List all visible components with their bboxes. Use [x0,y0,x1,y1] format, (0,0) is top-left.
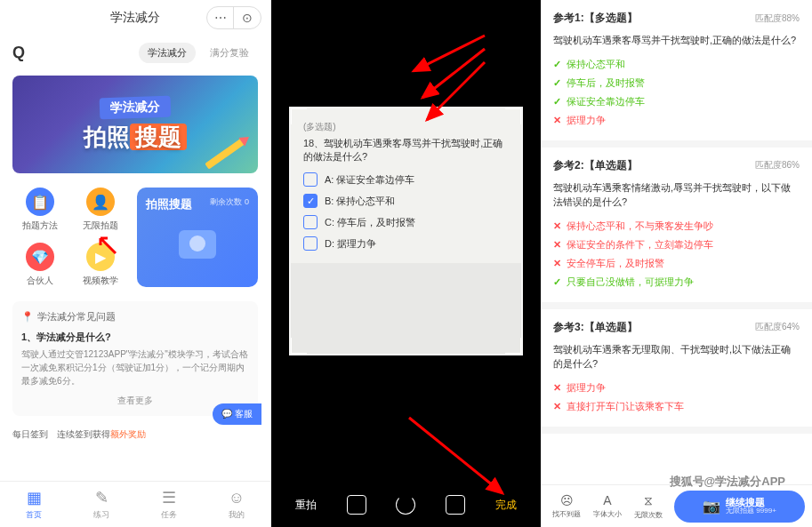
crop-corner[interactable] [505,107,523,124]
result-question: 驾驶机动车遇乘客辱骂并干扰驾驶时,正确的做法是什么? [553,33,800,48]
user-icon: ☺ [229,489,245,507]
results-bottombar: ☹找不到题 A字体大小 ⧖无限次数 📷 继续搜题无限拍题 9999+ [541,484,812,527]
banner-tag: 学法减分 [100,95,172,119]
header: 学法减分 ⋯ ⊙ [0,0,270,36]
question-option: A: 保证安全靠边停车 [303,172,509,187]
answer-option: 只要自己没做错，可据理力争 [553,273,800,291]
retake-button[interactable]: 重拍 [295,498,317,513]
result-question: 驾驶机动车遇乘客情绪激动,辱骂并干扰驾驶时，以下做法错误的是什么? [553,180,800,210]
pencil-icon: ✎ [95,488,109,507]
captured-question: (多选题) 18、驾驶机动车遇乘客辱骂并干扰驾驶时,正确的做法是什么? A: 保… [291,108,521,263]
list-icon: ☰ [162,488,176,507]
pencil-icon [205,138,245,169]
customer-service-button[interactable]: 💬 客服 [213,403,261,425]
question-text: 18、驾驶机动车遇乘客辱骂并干扰驾驶时,正确的做法是什么? [303,137,509,164]
tab-xuefa[interactable]: 学法减分 [139,43,196,63]
faq-header: 📍学法减分常见问题 [21,310,249,323]
question-option: D: 据理力争 [303,236,509,251]
unlimited-button[interactable]: ⧖无限次数 [630,493,667,520]
answer-option: 安全停车后，及时报警 [553,254,800,273]
banner-title: 拍照搜题 [84,122,187,153]
result-title: 参考2:【单选题】 [553,158,638,173]
camera-search-card[interactable]: 拍照搜题 剩余次数 0 [137,188,258,287]
more-icon[interactable]: ⋯ [207,7,234,28]
camera-viewport: (多选题) 18、驾驶机动车遇乘客辱骂并干扰驾驶时,正确的做法是什么? A: 保… [289,107,523,355]
checkbox-icon [303,215,318,229]
tab-tasks[interactable]: ☰任务 [135,482,203,527]
home-icon: ▦ [27,488,42,507]
done-button[interactable]: 完成 [495,498,517,513]
app-title: 学法减分 [110,10,160,26]
results-panel: 参考1:【多选题】匹配度88%驾驶机动车遇乘客辱骂并干扰驾驶时,正确的做法是什么… [541,0,812,527]
checkbox-icon [303,236,318,251]
crop-corner[interactable] [289,107,307,124]
result-title: 参考1:【多选题】 [553,11,638,26]
category-tabs: 学法减分 满分复验 [139,43,258,63]
close-icon[interactable]: ⊙ [234,7,261,28]
result-card: 参考2:【单选题】匹配度86%驾驶机动车遇乘客情绪激动,辱骂并干扰驾驶时，以下做… [541,148,812,309]
font-size-button[interactable]: A字体大小 [589,493,626,519]
match-score: 匹配度86% [755,159,800,172]
answer-option: 停车后，及时报警 [553,74,800,92]
app-panel-left: 学法减分 ⋯ ⊙ Q 学法减分 满分复验 学法减分 拍照搜题 📋拍题方法 👤无限… [0,0,271,527]
feature-grid: 📋拍题方法 👤无限拍题 💎合伙人 ▶视频教学 拍照搜题 剩余次数 0 [0,179,270,296]
play-icon: ▶ [86,243,115,271]
match-score: 匹配度88% [755,12,800,25]
checkbox-icon: ✓ [303,194,318,208]
hourglass-icon: ⧖ [644,493,653,508]
checkbox-icon [303,172,318,187]
sad-icon: ☹ [560,493,574,507]
answer-option: 保证安全的条件下，立刻靠边停车 [553,236,800,254]
match-score: 匹配度64% [755,321,800,333]
search-row: Q 学法减分 满分复验 [0,36,270,70]
answer-option: 保证安全靠边停车 [553,92,800,111]
camera-toolbar: 重拍 完成 [271,483,541,527]
tab-practice[interactable]: ✎练习 [68,482,135,527]
tab-manfen[interactable]: 满分复验 [201,43,258,63]
camera-icon [179,230,216,259]
camera-icon: 📷 [703,498,720,515]
grid-item-partner[interactable]: 💎合伙人 [12,243,68,287]
clipboard-icon: 📋 [26,188,54,216]
search-icon[interactable]: Q [12,44,25,62]
result-card: 参考3:【单选题】匹配度64%驾驶机动车遇乘客无理取闹、干扰驾驶时,以下做法正确… [541,309,812,434]
crop-corner[interactable] [505,338,523,355]
result-title: 参考3:【单选题】 [553,320,638,335]
signin-row[interactable]: 每日签到 连续签到获得额外奖励 [0,421,270,448]
diamond-icon: 💎 [26,243,54,271]
font-icon: A [603,493,611,507]
tab-mine[interactable]: ☺我的 [203,482,270,527]
answer-option: 据理力争 [553,379,800,397]
aspect-icon[interactable] [446,495,465,515]
bottom-tabbar: ▦首页 ✎练习 ☰任务 ☺我的 [0,481,270,527]
not-found-button[interactable]: ☹找不到题 [548,493,585,519]
camera-panel: (多选题) 18、驾驶机动车遇乘客辱骂并干扰驾驶时,正确的做法是什么? A: 保… [271,0,541,527]
tab-home[interactable]: ▦首页 [0,482,68,527]
promo-banner[interactable]: 学法减分 拍照搜题 [12,76,258,173]
grid-item-method[interactable]: 📋拍题方法 [12,188,68,232]
faq-question: 1、学法减分是什么? [21,331,249,344]
watermark: 搜狐号@学法减分APP [670,474,785,490]
crop-corner[interactable] [289,338,307,355]
faq-answer: 驾驶人通过交管12123APP"学法减分"模块学习，考试合格一次减免累积记分1分… [21,347,249,387]
pin-icon: 📍 [21,311,34,323]
answer-option: 据理力争 [553,111,800,130]
answer-option: 直接打开车门让该乘客下车 [553,397,800,416]
faq-more-link[interactable]: 查看更多 [21,395,249,407]
answer-option: 保持心态平和，不与乘客发生争吵 [553,217,800,236]
question-option: C: 停车后，及时报警 [303,215,509,229]
grid-item-unlimited[interactable]: 👤无限拍题 [73,188,128,232]
result-question: 驾驶机动车遇乘客无理取闹、干扰驾驶时,以下做法正确的是什么? [553,342,800,371]
person-icon: 👤 [86,188,115,216]
question-option: ✓B: 保持心态平和 [303,194,509,208]
miniprogram-capsule[interactable]: ⋯ ⊙ [206,6,261,29]
faq-card: 📍学法减分常见问题 1、学法减分是什么? 驾驶人通过交管12123APP"学法减… [12,301,258,416]
continue-search-button[interactable]: 📷 继续搜题无限拍题 9999+ [674,491,805,523]
grid-item-video[interactable]: ▶视频教学 [73,243,128,287]
answer-option: 保持心态平和 [553,55,800,74]
crop-icon[interactable] [347,495,366,515]
rotate-icon[interactable] [396,495,415,515]
result-card: 参考1:【多选题】匹配度88%驾驶机动车遇乘客辱骂并干扰驾驶时,正确的做法是什么… [541,0,812,148]
